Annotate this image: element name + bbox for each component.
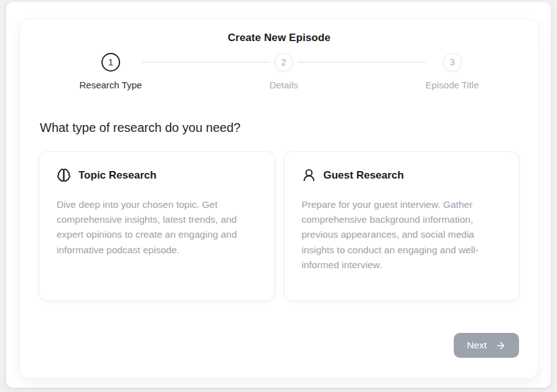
modal-title: Create New Episode <box>39 32 520 44</box>
topic-research-title: Topic Research <box>78 169 156 182</box>
step-2-number: 2 <box>281 57 286 67</box>
step-2-circle: 2 <box>274 53 293 72</box>
step-3-number: 3 <box>450 57 455 67</box>
brain-icon <box>57 168 71 182</box>
guest-research-title: Guest Research <box>324 169 404 182</box>
create-episode-modal: Create New Episode 1 Research Type 2 Det… <box>19 19 539 378</box>
guest-research-description: Prepare for your guest interview. Gather… <box>302 197 502 273</box>
step-1-circle: 1 <box>101 53 120 72</box>
step-episode-title[interactable]: 3 Episode Title <box>426 53 479 90</box>
research-type-question: What type of research do you need? <box>40 121 518 135</box>
app-window: Create New Episode 1 Research Type 2 Det… <box>6 2 551 388</box>
stepper-connector <box>142 62 269 63</box>
step-research-type[interactable]: 1 Research Type <box>80 53 143 90</box>
next-button[interactable]: Next <box>454 333 519 358</box>
step-2-label: Details <box>269 80 298 90</box>
step-1-number: 1 <box>108 57 113 67</box>
modal-footer: Next <box>39 333 520 358</box>
stepper-connector <box>298 62 426 63</box>
next-button-label: Next <box>467 340 487 351</box>
topic-research-card[interactable]: Topic Research Dive deep into your chose… <box>39 151 275 301</box>
step-details[interactable]: 2 Details <box>269 53 298 90</box>
guest-research-header: Guest Research <box>302 168 502 182</box>
arrow-right-icon <box>495 340 506 351</box>
step-3-label: Episode Title <box>426 80 479 90</box>
guest-research-card[interactable]: Guest Research Prepare for your guest in… <box>284 151 520 301</box>
topic-research-description: Dive deep into your chosen topic. Get co… <box>57 197 257 258</box>
topic-research-header: Topic Research <box>57 168 257 182</box>
step-1-label: Research Type <box>80 80 143 90</box>
user-icon <box>302 168 316 182</box>
step-3-circle: 3 <box>443 53 462 72</box>
research-type-options: Topic Research Dive deep into your chose… <box>39 151 520 301</box>
stepper: 1 Research Type 2 Details 3 Episode Titl… <box>80 53 479 90</box>
